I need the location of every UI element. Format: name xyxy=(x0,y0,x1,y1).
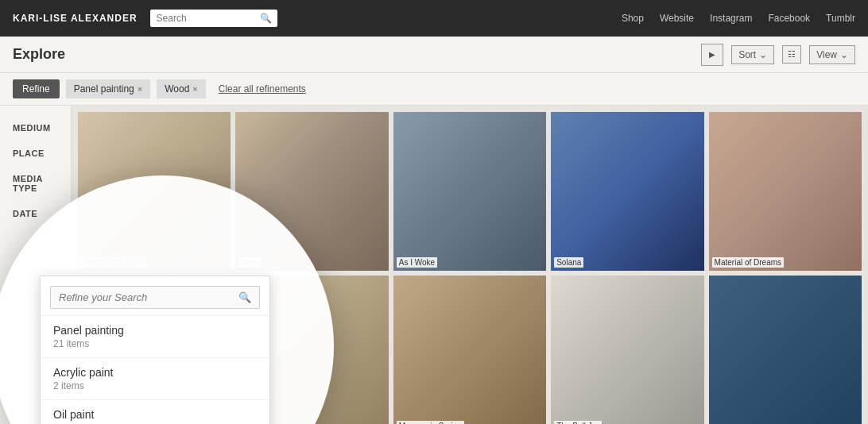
grid-item-2[interactable]: As I Woke xyxy=(393,112,546,271)
nav-link-facebook[interactable]: Facebook xyxy=(768,13,810,24)
nav-link-shop[interactable]: Shop xyxy=(622,13,644,24)
view-button[interactable]: View ⌄ xyxy=(809,45,855,64)
grid-item-label-8: The Bell Jar xyxy=(554,421,601,424)
filter-tag-label-wood: Wood xyxy=(165,83,189,94)
nav-search-box[interactable]: 🔍 xyxy=(150,10,277,27)
grid-item-3[interactable]: Solana xyxy=(551,112,703,271)
dropdown-item-oil-paint[interactable]: Oil paint 15 items xyxy=(41,400,269,424)
dropdown-item-panel-painting[interactable]: Panel painting 21 items xyxy=(41,316,269,358)
dropdown-content: Panel painting 21 items Acrylic paint 2 … xyxy=(41,316,269,424)
play-button[interactable]: ▶ xyxy=(701,44,723,66)
main-content: MEDIUM PLACE MEDIA TYPE DATE Portsmouth … xyxy=(0,106,868,424)
sort-chevron-icon: ⌄ xyxy=(759,49,767,60)
sidebar-item-media-type[interactable]: MEDIA TYPE xyxy=(0,166,71,201)
page-wrapper: KARI-LISE ALEXANDER 🔍 Shop Website Insta… xyxy=(0,0,868,424)
filter-tag-remove-wood[interactable]: × xyxy=(192,84,197,94)
search-icon: 🔍 xyxy=(260,13,272,24)
sort-button[interactable]: Sort ⌄ xyxy=(731,45,774,64)
grid-item-label-2: As I Woke xyxy=(397,257,437,268)
subheader-actions: ▶ Sort ⌄ ☷ View ⌄ xyxy=(701,44,855,66)
grid-item-9[interactable] xyxy=(709,276,862,424)
grid-item-4[interactable]: Material of Dreams xyxy=(709,112,862,271)
filter-tag-remove-panel[interactable]: × xyxy=(138,84,142,94)
dropdown-search-input[interactable] xyxy=(59,291,238,303)
top-nav: KARI-LISE ALEXANDER 🔍 Shop Website Insta… xyxy=(0,0,868,37)
filter-tag-wood[interactable]: Wood × xyxy=(157,79,206,98)
nav-link-instagram[interactable]: Instagram xyxy=(710,13,752,24)
grid-view-button[interactable]: ☷ xyxy=(782,45,801,64)
clear-all-link[interactable]: Clear all refinements xyxy=(219,83,306,94)
subheader: Explore ▶ Sort ⌄ ☷ View ⌄ xyxy=(0,37,868,73)
filter-tag-panel-painting[interactable]: Panel painting × xyxy=(66,79,151,98)
nav-links: Shop Website Instagram Facebook Tumblr xyxy=(622,13,855,24)
filter-bar: Refine Panel painting × Wood × Clear all… xyxy=(0,73,868,106)
dropdown-item-count-0: 21 items xyxy=(53,338,257,349)
explore-title: Explore xyxy=(13,46,65,63)
nav-brand: KARI-LISE ALEXANDER xyxy=(13,13,138,24)
nav-search-input[interactable] xyxy=(157,13,260,24)
dropdown-item-name-0: Panel painting xyxy=(53,324,257,337)
grid-item-7[interactable]: Menagerie Spring xyxy=(393,276,546,424)
filter-tag-label: Panel painting xyxy=(74,83,134,94)
view-label: View xyxy=(816,49,837,60)
grid-item-label-4: Material of Dreams xyxy=(712,257,784,268)
grid-item-8[interactable]: The Bell Jar xyxy=(551,276,703,424)
nav-link-tumblr[interactable]: Tumblr xyxy=(826,13,855,24)
dropdown-panel: 🔍 Panel painting 21 items Acrylic paint … xyxy=(40,276,270,424)
search-icon: 🔍 xyxy=(238,291,251,303)
dropdown-item-count-1: 2 items xyxy=(53,380,257,391)
dropdown-item-acrylic-paint[interactable]: Acrylic paint 2 items xyxy=(41,358,269,400)
grid-item-label-7: Menagerie Spring xyxy=(397,421,464,424)
dropdown-search-inner[interactable]: 🔍 xyxy=(50,286,260,309)
sidebar-item-place[interactable]: PLACE xyxy=(0,141,71,166)
sort-label: Sort xyxy=(738,49,756,60)
view-chevron-icon: ⌄ xyxy=(840,49,848,60)
dropdown-search[interactable]: 🔍 xyxy=(41,276,269,316)
nav-link-website[interactable]: Website xyxy=(660,13,694,24)
grid-item-label-3: Solana xyxy=(554,257,583,268)
dropdown-item-name-2: Oil paint xyxy=(53,408,257,421)
dropdown-item-name-1: Acrylic paint xyxy=(53,366,257,379)
refine-button[interactable]: Refine xyxy=(13,79,60,98)
sidebar-item-medium[interactable]: MEDIUM xyxy=(0,115,71,141)
